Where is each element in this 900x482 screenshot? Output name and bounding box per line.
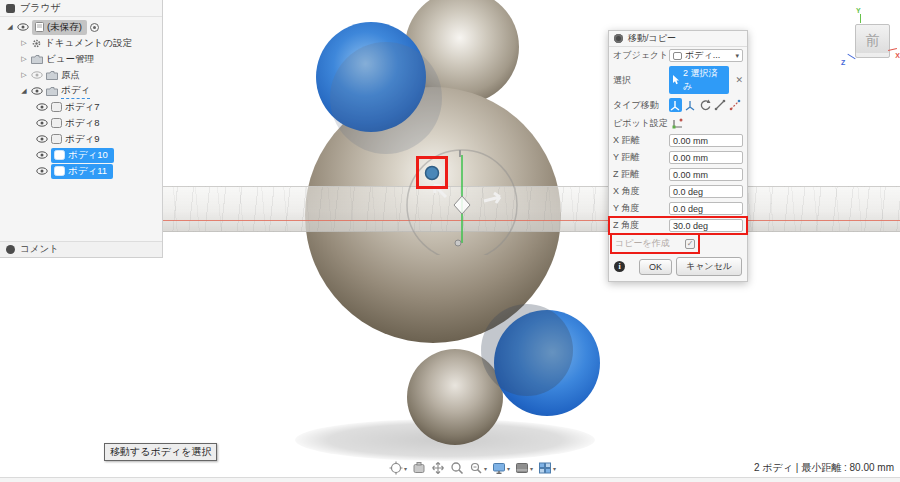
cursor-icon	[672, 75, 680, 85]
cancel-button[interactable]: キャンセル	[676, 257, 742, 276]
chevron-down-icon[interactable]: ▾	[553, 465, 556, 472]
eye-icon[interactable]	[36, 103, 48, 111]
display-settings-button[interactable]: ▾	[491, 461, 511, 475]
move-type-label: タイプ移動	[613, 99, 669, 112]
x-distance-input[interactable]: 0.00 mm	[669, 134, 743, 147]
move-copy-dialog: 移動/コピー オブジェクトト... ボディ... ▾ 選択 2 選択済み ✕	[608, 30, 748, 282]
annotation-box-rotate-handle	[416, 156, 448, 189]
create-copy-highlight: コピーを作成 ✓	[613, 236, 697, 251]
expand-icon[interactable]: ◢	[6, 23, 14, 31]
tree-row-body9[interactable]: ボディ9	[0, 131, 162, 147]
chevron-down-icon[interactable]: ▾	[530, 465, 533, 472]
z-angle-input[interactable]: 30.0 deg	[669, 219, 743, 232]
browser-header[interactable]: ブラウザ	[0, 0, 162, 17]
pivot-set-icon[interactable]	[669, 116, 685, 130]
zoom-button[interactable]	[449, 461, 465, 475]
tree-row-body7[interactable]: ボディ7	[0, 99, 162, 115]
ok-button[interactable]: OK	[639, 259, 672, 275]
z-angle-value: 30.0 deg	[673, 221, 708, 231]
eye-icon[interactable]	[36, 167, 48, 175]
comment-icon	[6, 245, 15, 254]
pivot-row: ピボット設定	[609, 114, 747, 132]
pivot-point-handle[interactable]	[455, 240, 461, 246]
chevron-down-icon[interactable]: ▾	[404, 465, 407, 472]
object-type-value: ボディ...	[685, 49, 720, 62]
collapse-icon[interactable]: ▷	[20, 39, 28, 47]
tree-row-document[interactable]: ◢ (未保存)	[0, 19, 162, 35]
viewports-button[interactable]: ▾	[537, 461, 557, 475]
fit-button[interactable]: ▾	[468, 461, 488, 475]
y-axis-line	[860, 14, 861, 23]
x-distance-value: 0.00 mm	[673, 136, 708, 146]
chevron-down-icon[interactable]: ▾	[484, 465, 487, 472]
tree-row-document-settings[interactable]: ▷ ドキュメントの設定	[0, 35, 162, 51]
collapse-icon[interactable]: ▷	[20, 55, 28, 63]
eye-icon[interactable]	[17, 23, 29, 31]
pan-button[interactable]	[430, 461, 446, 475]
z-distance-input[interactable]: 0.00 mm	[669, 168, 743, 181]
orbit-button[interactable]: ▾	[388, 461, 408, 475]
z-distance-value: 0.00 mm	[673, 170, 708, 180]
tree-row-body8[interactable]: ボディ8	[0, 115, 162, 131]
info-icon[interactable]: i	[614, 261, 625, 272]
y-distance-input[interactable]: 0.00 mm	[669, 151, 743, 164]
object-type-label: オブジェクトト...	[613, 49, 669, 62]
translate-icon[interactable]	[684, 98, 697, 112]
grid-display-button[interactable]: ▾	[514, 461, 534, 475]
point-to-position-icon[interactable]	[728, 98, 741, 112]
dialog-header[interactable]: 移動/コピー	[609, 31, 747, 47]
viewcube[interactable]: 前 Y X Z	[842, 10, 898, 66]
collapse-icon[interactable]: ▷	[20, 71, 28, 79]
chevron-down-icon[interactable]: ▾	[507, 465, 510, 472]
browser-panel-icon	[6, 4, 15, 13]
eye-icon[interactable]	[36, 151, 48, 159]
gear-icon	[31, 38, 42, 49]
browser-panel: ブラウザ ◢ (未保存) ▷	[0, 0, 163, 258]
document-node[interactable]: (未保存)	[32, 20, 87, 35]
selected-body-pill[interactable]: ボディ11	[51, 164, 113, 179]
tree-row-body10-selected[interactable]: ボディ10	[0, 147, 162, 163]
move-type-row: タイプ移動	[609, 96, 747, 114]
document-icon	[35, 22, 44, 32]
y-angle-input[interactable]: 0.0 deg	[669, 202, 743, 215]
tree-row-origin[interactable]: ▷ 原点	[0, 67, 162, 83]
pivot-label: ピボット設定	[613, 117, 669, 130]
tree-row-bodies-folder[interactable]: ◢ ボディ	[0, 83, 162, 99]
y-distance-value: 0.00 mm	[673, 153, 708, 163]
viewcube-front-face[interactable]: 前	[855, 24, 890, 58]
y-angle-row: Y 角度 0.0 deg	[609, 200, 747, 217]
eye-icon[interactable]	[36, 119, 48, 127]
look-at-button[interactable]	[411, 461, 427, 475]
arrow-right-handle[interactable]	[484, 193, 500, 203]
body-icon	[51, 118, 62, 128]
tree-label: ボディ10	[68, 149, 108, 162]
free-move-handle[interactable]	[454, 196, 470, 214]
selection-chip[interactable]: 2 選択済み	[669, 66, 729, 94]
clear-selection-icon[interactable]: ✕	[735, 75, 743, 85]
free-move-icon[interactable]	[669, 98, 682, 112]
comment-label: コメント	[20, 243, 59, 256]
tree-row-view-management[interactable]: ▷ ビュー管理	[0, 51, 162, 67]
selection-label: 選択	[613, 74, 669, 87]
browser-tree: ◢ (未保存) ▷ ドキュメントの設定	[0, 17, 162, 179]
z-distance-row: Z 距離 0.00 mm	[609, 166, 747, 183]
tree-row-body11-selected[interactable]: ボディ11	[0, 163, 162, 179]
point-to-point-icon[interactable]	[713, 98, 726, 112]
expand-icon[interactable]: ◢	[20, 87, 28, 95]
create-copy-label: コピーを作成	[615, 237, 671, 250]
comments-section[interactable]: コメント	[0, 241, 162, 257]
dialog-title: 移動/コピー	[628, 32, 676, 45]
body-icon	[51, 134, 62, 144]
body-icon	[54, 150, 65, 160]
rotate-icon[interactable]	[699, 98, 712, 112]
eye-icon[interactable]	[36, 135, 48, 143]
move-manipulator[interactable]	[380, 135, 540, 255]
object-type-dropdown[interactable]: ボディ... ▾	[669, 49, 743, 62]
eye-icon[interactable]	[31, 87, 43, 95]
selected-body-pill[interactable]: ボディ10	[51, 148, 114, 163]
x-angle-input[interactable]: 0.0 deg	[669, 185, 743, 198]
browser-title: ブラウザ	[20, 1, 61, 15]
activate-component-icon[interactable]	[90, 23, 99, 32]
eye-icon-dim[interactable]	[31, 71, 43, 79]
create-copy-checkbox[interactable]: ✓	[685, 239, 695, 249]
